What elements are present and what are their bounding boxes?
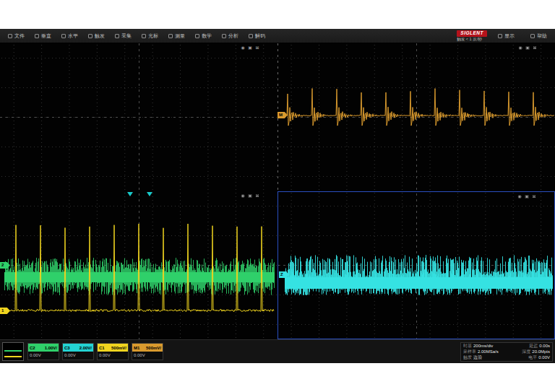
channel-badges: C21.00V/ 0.00V C32.00V/ 0.00V C1500mV/ 0…: [27, 343, 163, 360]
lock-icon[interactable]: ⊠: [532, 45, 538, 51]
lock-icon[interactable]: ⊠: [254, 45, 260, 51]
grid-zone-top-right[interactable]: ◉ ▣ ⊠: [278, 43, 555, 191]
siglent-logo-block: SIGLENT 触发 < 1 次/秒: [457, 30, 487, 41]
menu-item-analysis[interactable]: 分析: [217, 29, 244, 43]
analysis-icon: [222, 34, 226, 38]
acquire-icon: [115, 34, 119, 38]
siglent-logo: SIGLENT: [457, 30, 487, 37]
camera-icon[interactable]: ◉: [517, 193, 522, 199]
trigger-rate-label: 触发 < 1 次/秒: [457, 38, 481, 42]
lock-icon[interactable]: ⊠: [531, 193, 537, 199]
menu-item-cursor[interactable]: 光标: [137, 29, 163, 43]
channel-badge-c1[interactable]: C1500mV/ 0.00V: [97, 343, 129, 360]
vertical-icon: [35, 34, 39, 38]
waveform-canvas-math: [278, 43, 555, 191]
horizontal-icon: [61, 34, 66, 38]
trigger-position-marker[interactable]: [127, 192, 133, 196]
menu-item-measure[interactable]: 测量: [163, 29, 190, 43]
cursor-icon: [142, 34, 146, 38]
file-icon: [8, 34, 12, 38]
menu-item-decode[interactable]: 解码: [244, 29, 270, 43]
menu-bar: 文件 垂直 水平 触发 采集 光标 测量 数学 分析 解码 SIGLENT 触发…: [0, 29, 555, 43]
status-bar: C21.00V/ 0.00V C32.00V/ 0.00V C1500mV/ 0…: [0, 339, 555, 363]
waveform-canvas-zoom: [278, 192, 554, 339]
display-icon: [498, 34, 502, 38]
waveform-display[interactable]: ◉ ▣ ⊠ ◉ ▣ ⊠ ◉ ▣ ⊠ ◉ ▣: [0, 43, 555, 339]
grid-zone-bottom-left[interactable]: ◉ ▣ ⊠: [0, 191, 278, 339]
menu-item-horizontal[interactable]: 水平: [56, 29, 83, 43]
waveform-canvas-main: [0, 191, 278, 339]
menu-item-file[interactable]: 文件: [3, 29, 30, 43]
thumbnail-yellow-trace: [4, 356, 22, 357]
trigger-delay-marker[interactable]: [147, 192, 152, 196]
menu-right-cluster: SIGLENT 触发 < 1 次/秒 显示 帮助: [457, 30, 552, 41]
expand-icon[interactable]: ▣: [524, 193, 530, 199]
channel-badge-c2[interactable]: C21.00V/ 0.00V: [27, 343, 59, 360]
camera-icon[interactable]: ◉: [240, 45, 246, 51]
menu-item-trigger[interactable]: 触发: [83, 29, 110, 43]
zone-controls: ◉ ▣ ⊠: [517, 193, 537, 199]
camera-icon[interactable]: ◉: [517, 45, 523, 51]
grid-zone-top-left[interactable]: ◉ ▣ ⊠: [0, 43, 278, 191]
zoom-window[interactable]: ◉ ▣ ⊠: [278, 191, 555, 339]
menu-item-math[interactable]: 数学: [190, 29, 217, 43]
menu-item-acquire[interactable]: 采集: [110, 29, 137, 43]
help-icon: [530, 34, 535, 38]
screen-thumbnail[interactable]: [2, 342, 24, 361]
zone-controls: ◉ ▣ ⊠: [240, 45, 260, 51]
expand-icon[interactable]: ▣: [247, 45, 253, 51]
channel-badge-m1[interactable]: M1500mV/ 0.00V: [132, 343, 163, 360]
measure-icon: [168, 34, 173, 38]
menu-item-vertical[interactable]: 垂直: [30, 29, 56, 43]
expand-icon[interactable]: ▣: [247, 193, 253, 199]
camera-icon[interactable]: ◉: [240, 193, 246, 199]
trigger-icon: [88, 34, 92, 38]
channel-badge-c3[interactable]: C32.00V/ 0.00V: [62, 343, 94, 360]
thumbnail-green-trace: [4, 350, 22, 352]
zone-controls: ◉ ▣ ⊠: [240, 193, 260, 199]
math-icon: [195, 34, 199, 38]
oscilloscope-screen: 文件 垂直 水平 触发 采集 光标 测量 数学 分析 解码 SIGLENT 触发…: [0, 29, 555, 363]
expand-icon[interactable]: ▣: [525, 45, 530, 51]
timebase-trigger-panel[interactable]: 时基200ms/div 延迟0.00s 采样率2.00MSa/s 深度20.0M…: [460, 342, 553, 362]
menu-item-help[interactable]: 帮助: [525, 32, 552, 40]
zone-controls: ◉ ▣ ⊠: [517, 45, 538, 51]
decode-icon: [249, 34, 253, 38]
menu-item-display[interactable]: 显示: [493, 32, 520, 40]
lock-icon[interactable]: ⊠: [254, 193, 260, 199]
